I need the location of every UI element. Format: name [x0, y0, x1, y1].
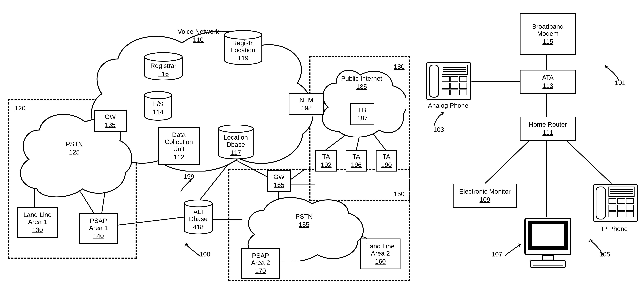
registr-location-label: Registr. Location: [224, 40, 262, 54]
svg-rect-47: [442, 76, 450, 82]
analog-phone-icon: [426, 62, 472, 100]
cloud-public-internet: Public Internet 185: [318, 62, 406, 137]
ntm-ref: 198: [301, 104, 312, 112]
ta2-ref: 196: [351, 161, 362, 168]
svg-rect-69: [618, 212, 625, 217]
cyl-location-dbase: Location Dbase 117: [218, 124, 254, 160]
data-collection-label: Data Collection Unit: [165, 131, 193, 152]
svg-line-28: [485, 141, 529, 184]
land-line-1-ref: 130: [32, 226, 43, 234]
box-electronic-monitor: Electronic Monitor 109: [453, 184, 517, 208]
broadband-modem-label: Broadband Modem: [532, 23, 564, 37]
svg-point-34: [224, 30, 262, 39]
box-gw1: GW 135: [94, 110, 126, 132]
registrar-label: Registrar: [144, 62, 183, 70]
box-lb: LB 187: [350, 103, 374, 125]
gw2-label: GW: [274, 174, 285, 180]
gw1-ref: 135: [105, 121, 116, 128]
svg-rect-54: [451, 90, 458, 95]
box-home-router: Home Router 111: [520, 116, 576, 141]
box-ta1: TA 192: [316, 150, 337, 172]
arrow-103: [430, 111, 446, 127]
electronic-monitor-label: Electronic Monitor: [459, 188, 510, 195]
arrow-199: [178, 178, 194, 194]
gw2-ref: 165: [274, 181, 284, 188]
psap-2-ref: 170: [255, 267, 266, 274]
ref-107: 107: [492, 250, 502, 258]
ta2-label: TA: [352, 153, 360, 160]
fs-ref: 114: [144, 108, 172, 116]
svg-rect-51: [451, 83, 458, 88]
ta3-label: TA: [382, 153, 390, 160]
svg-rect-63: [618, 198, 625, 204]
svg-rect-70: [626, 212, 634, 217]
location-dbase-label: Location Dbase: [218, 134, 254, 148]
pstn1-ref: 125: [16, 148, 133, 156]
svg-rect-52: [460, 83, 467, 88]
public-internet-label: Public Internet: [318, 75, 406, 82]
cyl-fs: F/S 114: [144, 91, 172, 120]
ntm-label: NTM: [300, 96, 314, 104]
svg-rect-62: [609, 198, 616, 204]
svg-rect-53: [442, 90, 450, 95]
svg-rect-67: [626, 205, 634, 210]
pstn2-ref: 155: [242, 221, 366, 228]
svg-rect-73: [542, 255, 553, 260]
registr-location-ref: 119: [224, 54, 262, 62]
pstn1-label: PSTN: [16, 141, 133, 148]
public-internet-ref: 185: [318, 83, 406, 90]
box-psap-2: PSAP Area 2 170: [241, 248, 280, 279]
cyl-registrar: Registrar 116: [144, 52, 183, 80]
location-dbase-ref: 117: [218, 149, 254, 156]
land-line-2-ref: 160: [375, 258, 386, 265]
box-gw2: GW 165: [267, 170, 291, 192]
psap-1-label: PSAP Area 1: [89, 217, 108, 232]
lb-ref: 187: [357, 114, 368, 122]
ip-phone-label: IP Phone: [602, 225, 628, 232]
lb-label: LB: [358, 107, 366, 114]
svg-rect-42: [429, 65, 439, 97]
svg-point-32: [145, 53, 182, 61]
ta1-ref: 192: [321, 161, 332, 168]
computer-icon: [522, 217, 573, 269]
ali-dbase-ref: 418: [184, 223, 213, 231]
broadband-modem-ref: 115: [542, 38, 553, 45]
box-broadband-modem: Broadband Modem 115: [520, 14, 576, 55]
svg-rect-65: [609, 205, 616, 210]
psap-2-label: PSAP Area 2: [251, 252, 270, 266]
arrow-107: [504, 242, 522, 258]
svg-rect-48: [451, 76, 458, 82]
ta3-ref: 190: [381, 161, 392, 168]
home-router-ref: 111: [542, 129, 553, 136]
cyl-ali-dbase: ALI Dbase 418: [184, 200, 213, 234]
svg-point-38: [218, 125, 253, 132]
ata-ref: 113: [542, 82, 553, 90]
registrar-ref: 116: [144, 70, 183, 78]
cyl-registr-location: Registr. Location 119: [224, 30, 262, 65]
arrow-101: [603, 64, 622, 82]
svg-rect-50: [442, 83, 450, 88]
ip-phone-icon: [593, 184, 638, 222]
box-psap-1: PSAP Area 1 140: [79, 213, 118, 244]
svg-rect-72: [530, 222, 566, 248]
gw1-label: GW: [104, 113, 116, 120]
arrow-100: [184, 242, 202, 258]
box-ta3: TA 190: [376, 150, 397, 172]
fs-label: F/S: [144, 100, 172, 108]
svg-rect-68: [609, 212, 616, 217]
pstn2-label: PSTN: [242, 213, 366, 220]
svg-rect-64: [626, 198, 634, 204]
box-data-collection: Data Collection Unit 112: [158, 127, 200, 165]
electronic-monitor-ref: 109: [480, 196, 490, 203]
svg-line-30: [566, 141, 612, 184]
psap-1-ref: 140: [93, 232, 104, 240]
svg-rect-55: [460, 90, 467, 95]
svg-point-40: [184, 200, 212, 207]
ali-dbase-label: ALI Dbase: [184, 208, 213, 222]
svg-rect-57: [596, 187, 606, 219]
box-ata: ATA 113: [520, 70, 576, 94]
arrow-105: [588, 238, 606, 256]
land-line-2-label: Land Line Area 2: [366, 243, 394, 257]
box-land-line-1: Land Line Area 1 130: [18, 207, 58, 238]
svg-rect-66: [618, 205, 625, 210]
